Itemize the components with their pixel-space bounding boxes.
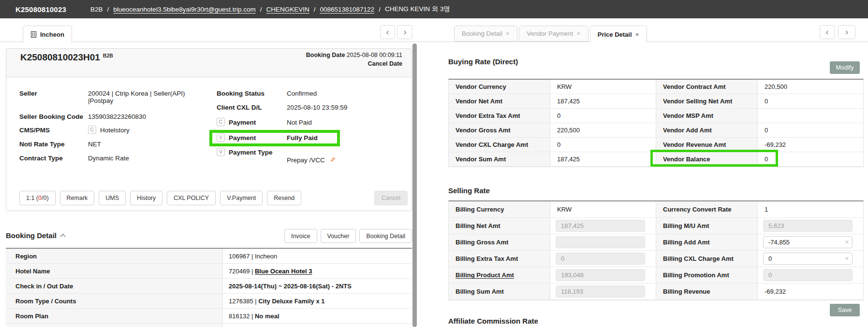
cancel-button[interactable]: Cancel [374, 191, 408, 205]
hotel-name-label: Hotel Name [6, 264, 223, 279]
room-plan-label: Room Plan [6, 309, 223, 324]
billing-product-amt-link[interactable]: Billing Product Amt [456, 271, 514, 279]
vendor-payment-value: Fully Paid [287, 134, 318, 142]
separator: / [107, 6, 109, 13]
tab-booking-detail-label: Booking Detail [462, 30, 502, 37]
modify-button[interactable]: Modify [830, 61, 860, 74]
phone-link[interactable]: 008651381087122 [320, 6, 375, 13]
billing-add-amt-label: Billing Add Amt [656, 234, 758, 251]
booking-card-title: K25080810023H01B2B [20, 52, 113, 63]
noti-rate-type-value: NET [88, 141, 101, 148]
booking-card-number: K25080810023H01 [20, 52, 100, 62]
vendor-promotion-value: 595700 | Min & Max Nights: 99일 [223, 324, 412, 327]
billing-cxl-charge-amt-cell: ✕ [758, 251, 864, 267]
billing-sum-amt-cell [550, 284, 656, 300]
save-button[interactable]: Save [830, 304, 860, 316]
client-payment-value: Not Paid [287, 119, 312, 126]
billing-extra-tax-amt-label: Billing Extra Tax Amt [449, 251, 550, 267]
guest-email-link[interactable]: blueoceanhotel3.5blbe8yai9r30rt@guest.tr… [113, 6, 255, 13]
building-icon [30, 31, 37, 38]
resend-button[interactable]: Resend [267, 191, 301, 205]
booking-number: K25080810023 [15, 5, 66, 14]
chevron-right-icon: › [845, 27, 848, 37]
separator: / [379, 6, 381, 13]
history-button[interactable]: History [130, 191, 162, 205]
close-icon[interactable]: ✕ [576, 31, 580, 36]
edit-pencil-icon[interactable]: ✎ [330, 156, 336, 164]
billing-extra-tax-amt-cell [550, 251, 656, 267]
tab-vendor-payment-label: Vendor Payment [527, 30, 573, 37]
currency-convert-rate-label: Currency Convert Rate [656, 201, 758, 218]
vendor-currency-label: Vendor Currency [449, 80, 550, 94]
chevron-left-icon: ‹ [386, 27, 389, 37]
billing-mu-amt-cell [758, 218, 864, 234]
booking-date-value: 2025-08-08 00:09:11 [347, 52, 402, 58]
seller-label: Seller [19, 90, 37, 97]
billing-net-amt-cell [550, 218, 656, 234]
vendor-sum-amt-value: 187,425 [550, 152, 656, 167]
prev-booking-button[interactable]: ‹ [380, 25, 395, 39]
v-payment-button[interactable]: V.Payment [220, 191, 263, 205]
clear-icon[interactable]: ✕ [845, 239, 849, 245]
vendor-balance-highlight [650, 150, 778, 167]
invoice-button[interactable]: Invoice [284, 229, 317, 243]
billing-revenue-value: -69,232 [758, 284, 864, 300]
vendor-add-amt-label: Vendor Add Amt [656, 123, 758, 138]
hotel-name-value: 720469 | Blue Ocean Hotel 3 [223, 264, 412, 279]
client-cxl-deadline-label: Client CXL D/L [217, 104, 262, 111]
affiliate-commission-rate-title: Affiliate Commission Rate [448, 317, 538, 325]
billing-extra-tax-amt-input [556, 253, 645, 265]
payment-type-text: Prepay /VCC [287, 156, 325, 164]
booking-detail-button[interactable]: Booking Detail [359, 229, 412, 243]
region-name: Incheon [255, 253, 277, 260]
tab-price-detail[interactable]: Price Detail ✕ [590, 26, 647, 43]
vendor-msp-amt-label: Vendor MSP Amt [656, 109, 758, 123]
vendor-flag-box: V [217, 133, 225, 142]
billing-add-amt-cell: ✕ [758, 234, 864, 251]
region-code: 106967 | [229, 253, 255, 260]
hotel-name-link[interactable]: Blue Ocean Hotel 3 [255, 268, 312, 275]
booking-detail-buttons: Invoice Voucher Booking Detail [6, 229, 412, 243]
billing-gross-amt-input [556, 236, 645, 248]
billing-net-amt-input [556, 220, 645, 232]
vendor-gross-amt-label: Vendor Gross Amt [449, 123, 550, 138]
billing-add-amt-input[interactable] [763, 236, 853, 248]
billing-product-amt-input [556, 269, 645, 281]
payment-type-value: Prepay /VCC✎ [287, 149, 336, 164]
billing-net-amt-label: Billing Net Amt [449, 218, 550, 234]
qna-button[interactable]: 1:1 (0/0) [19, 191, 56, 205]
room-type-code: 1276385 | [229, 298, 258, 305]
billing-cxl-charge-amt-input[interactable] [763, 253, 853, 265]
billing-gross-amt-label: Billing Gross Amt [449, 234, 550, 251]
voucher-button[interactable]: Voucher [321, 229, 356, 243]
billing-product-amt-cell [550, 267, 656, 284]
remark-button[interactable]: Remark [60, 191, 95, 205]
selling-rate-table: Billing Currency KRW Currency Convert Ra… [448, 200, 864, 300]
next-tab-button[interactable]: › [838, 25, 855, 39]
booking-date-label: Booking Date [306, 52, 345, 58]
room-plan-value: 816132 | No meal [223, 309, 412, 324]
prev-tab-button[interactable]: ‹ [820, 25, 835, 39]
vertical-scrollbar[interactable] [412, 43, 417, 327]
next-booking-button[interactable]: › [397, 25, 412, 39]
vendor-contract-amt-label: Vendor Contract Amt [656, 80, 758, 94]
room-plan-code: 816132 | [229, 313, 255, 320]
booking-status-value: Confirmed [287, 90, 317, 97]
member-id-link[interactable]: CHENGKEVIN [266, 6, 309, 13]
tab-price-detail-label: Price Detail [598, 31, 632, 38]
cxl-policy-button[interactable]: CXL POLICY [167, 191, 216, 205]
hotel-code: 720469 | [229, 268, 255, 275]
tab-vendor-payment[interactable]: Vendor Payment ✕ [519, 26, 588, 42]
client-payment-label: Payment [229, 119, 256, 126]
tab-incheon[interactable]: Incheon [23, 26, 72, 43]
close-icon[interactable]: ✕ [506, 31, 510, 36]
clear-icon[interactable]: ✕ [845, 256, 849, 262]
ums-button[interactable]: UMS [99, 191, 126, 205]
close-icon[interactable]: ✕ [635, 32, 639, 37]
cms-flag-box: C [88, 126, 96, 134]
tab-booking-detail[interactable]: Booking Detail ✕ [454, 26, 517, 42]
vendor-currency-value: KRW [550, 80, 656, 94]
billing-mu-amt-input [763, 220, 853, 232]
billing-currency-value: KRW [550, 201, 656, 218]
room-type-label: Room Type / Counts [6, 294, 223, 309]
